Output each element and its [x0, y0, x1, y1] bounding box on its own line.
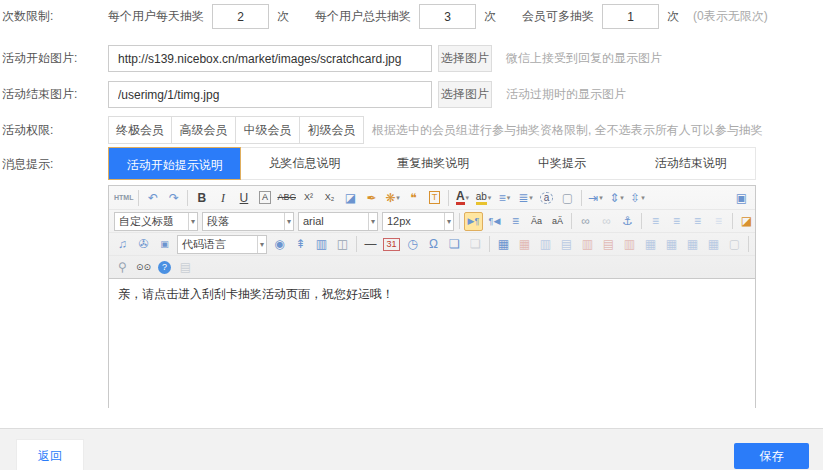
footer-bar: 返回 保存	[0, 428, 823, 470]
member-group-1[interactable]: 终极会员	[108, 116, 172, 144]
doc-import-icon: ▢	[725, 235, 744, 254]
line-height-icon[interactable]: ⇕▾	[607, 188, 626, 207]
rtl-paragraph-icon[interactable]: ¶◀	[485, 212, 504, 231]
char-border-icon[interactable]: A	[255, 188, 274, 207]
link-icon[interactable]: ∞	[576, 212, 595, 231]
chevron-down-icon: ▾	[257, 236, 266, 253]
back-button[interactable]: 返回	[16, 439, 84, 470]
html-source-icon[interactable]: HTML	[113, 188, 134, 207]
chevron-down-icon: ▾	[396, 194, 400, 201]
auto-typeset-icon[interactable]: ❋▾	[383, 188, 402, 207]
blank-doc-icon[interactable]: ▢	[558, 188, 577, 207]
pagebreak-icon[interactable]: ⇞	[291, 235, 310, 254]
undo-icon[interactable]: ↶	[143, 188, 162, 207]
merge-down-icon: ▦	[662, 235, 681, 254]
save-button[interactable]: 保存	[734, 443, 809, 469]
message-tabs-label: 消息提示:	[2, 156, 108, 173]
redo-icon[interactable]: ↷	[164, 188, 183, 207]
message-tab-5[interactable]: 活动结束说明	[626, 148, 755, 179]
merge-cells-icon: ▦	[683, 235, 702, 254]
editor-content[interactable]: 亲，请点击进入刮刮卡抽奖活动页面，祝您好运哦！	[109, 279, 755, 409]
toolbar-separator	[138, 190, 139, 206]
snapscreen-icon[interactable]: ◫	[333, 235, 352, 254]
font-size-select[interactable]: 12px▾	[382, 212, 454, 231]
find-replace-icon[interactable]: ⊙⊙	[134, 258, 153, 277]
start-image-label: 活动开始图片:	[2, 50, 108, 67]
paragraph-select[interactable]: 段落▾	[202, 212, 294, 231]
paste-plain-icon[interactable]: T	[425, 188, 444, 207]
per-day-label: 每个用户每天抽奖	[108, 8, 204, 25]
font-color-icon[interactable]: A▾	[453, 188, 472, 207]
uppercase-icon[interactable]: Äa	[527, 212, 546, 231]
chevron-down-icon: ▾	[444, 213, 453, 230]
preview-icon[interactable]: ⚲	[113, 258, 132, 277]
paragraph-spacing-icon[interactable]: ⇳▾	[628, 188, 647, 207]
ltr-paragraph-icon[interactable]: ▶¶	[464, 212, 483, 231]
indent-icon[interactable]: ⇥▾	[586, 188, 605, 207]
anchor-insert-icon[interactable]: ⚓	[618, 212, 637, 231]
bold-icon[interactable]: B	[192, 188, 211, 207]
lowercase-icon[interactable]: aÄ	[548, 212, 567, 231]
horizontal-rule-icon[interactable]: —	[361, 235, 380, 254]
ordered-list-icon[interactable]: ≡▾	[495, 188, 514, 207]
permission-label: 活动权限:	[2, 122, 108, 139]
bullet-list-icon[interactable]: ≣▾	[516, 188, 535, 207]
subscript-icon[interactable]: X₂	[320, 188, 339, 207]
superscript-icon[interactable]: X²	[299, 188, 318, 207]
toolbar-row-3: ♫✇▣代码语言▾◉⇞▥◫—31◷Ω❏❏▦▦▥▤▥▤▥▦▦▦▦▢⊟	[109, 232, 755, 255]
member-group-2[interactable]: 高级会员	[172, 116, 236, 144]
toolbar-separator	[732, 213, 733, 229]
member-extra-input[interactable]	[602, 4, 659, 29]
end-image-pick-button[interactable]: 选择图片	[438, 81, 492, 108]
italic-icon[interactable]: I	[213, 188, 232, 207]
align-left-icon[interactable]: ≡	[646, 212, 665, 231]
insert-table-icon[interactable]: ▦	[494, 235, 513, 254]
paragraph-indent-icon[interactable]: ≡	[506, 212, 525, 231]
total-input[interactable]	[419, 4, 476, 29]
anchor-icon[interactable]: a	[537, 188, 556, 207]
align-center-icon[interactable]: ≡	[667, 212, 686, 231]
end-image-input[interactable]	[108, 81, 432, 108]
print-icon[interactable]: ⊟	[753, 235, 755, 254]
special-char-icon[interactable]: Ω	[424, 235, 443, 254]
help-icon[interactable]: ?	[155, 258, 174, 277]
insert-file-icon[interactable]: ▣	[155, 235, 174, 254]
start-image-pick-button[interactable]: 选择图片	[438, 45, 492, 72]
toolbar-separator	[448, 190, 449, 206]
per-day-input[interactable]	[212, 4, 269, 29]
start-image-row: 活动开始图片: 选择图片 微信上接受到回复的显示图片	[2, 45, 822, 72]
delete-table-icon: ▦	[515, 235, 534, 254]
fullscreen-icon[interactable]: ▣	[732, 188, 751, 207]
message-tab-1[interactable]: 活动开始提示说明	[108, 147, 241, 180]
per-day-unit: 次	[277, 8, 289, 25]
start-image-hint: 微信上接受到回复的显示图片	[506, 50, 662, 67]
format-eraser-icon[interactable]: ◪	[341, 188, 360, 207]
image-icon[interactable]: ◪	[737, 212, 755, 231]
time-icon[interactable]: ◷	[403, 235, 422, 254]
format-brush-icon[interactable]: ✒	[362, 188, 381, 207]
message-tab-2[interactable]: 兑奖信息说明	[240, 148, 369, 179]
member-group-3[interactable]: 中级会员	[236, 116, 300, 144]
underline-icon[interactable]: U	[234, 188, 253, 207]
attachment-icon[interactable]: ✇	[134, 235, 153, 254]
insert-code-icon[interactable]: ◉	[270, 235, 289, 254]
toolbar-separator	[581, 190, 582, 206]
member-group-4[interactable]: 初级会员	[300, 116, 364, 144]
strikethrough-icon[interactable]: ABC	[276, 188, 297, 207]
custom-title-select[interactable]: 自定义标题▾	[114, 212, 198, 231]
align-right-icon[interactable]: ≡	[688, 212, 707, 231]
highlight-color-icon[interactable]: ab▾	[474, 188, 493, 207]
font-family-select[interactable]: arial▾	[298, 212, 378, 231]
map-icon[interactable]: ❏	[445, 235, 464, 254]
date-icon[interactable]: 31	[382, 235, 401, 254]
split-cells-icon: ▦	[704, 235, 723, 254]
message-tab-4[interactable]: 中奖提示	[498, 148, 627, 179]
chevron-down-icon: ▾	[507, 194, 511, 201]
start-image-input[interactable]	[108, 45, 432, 72]
activity-settings-form: 次数限制: 每个用户每天抽奖 次 每个用户总共抽奖 次 会员可多抽奖 次 (0表…	[0, 0, 823, 470]
insert-iframe-icon[interactable]: ▥	[312, 235, 331, 254]
message-tab-3[interactable]: 重复抽奖说明	[369, 148, 498, 179]
code-language-select[interactable]: 代码语言▾	[177, 235, 267, 254]
music-icon[interactable]: ♫	[113, 235, 132, 254]
blockquote-icon[interactable]: ❝	[404, 188, 423, 207]
